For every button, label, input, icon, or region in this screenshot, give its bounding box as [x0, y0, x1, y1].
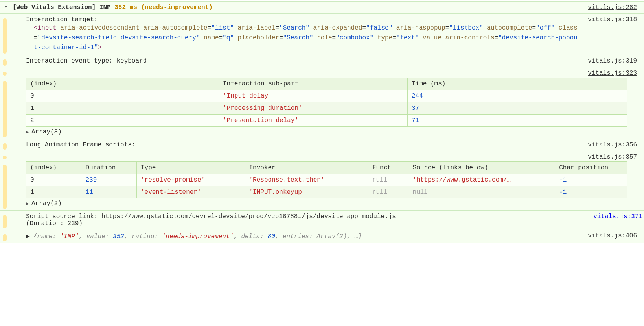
log-level-marker	[3, 59, 7, 66]
log-entry-header[interactable]: ▼ [Web Vitals Extension] INP 352 ms (nee…	[0, 1, 644, 14]
log-entry-event-type[interactable]: Interaction event type: keyboard vitals.…	[0, 55, 644, 67]
source-link-anchor[interactable]: vitals.js:357	[588, 154, 637, 161]
array-summary[interactable]: ▶Array(2)	[26, 200, 631, 207]
table-header: Char position	[555, 162, 627, 174]
table-header: Source (links below)	[408, 162, 555, 174]
metric-rating: (needs-improvement)	[141, 4, 212, 11]
laf-label: Long Animation Frame scripts:	[24, 139, 584, 151]
table-row[interactable]: 0239'resolve-promise''Response.text.then…	[26, 174, 627, 186]
chevron-right-icon[interactable]: ▶	[26, 232, 30, 240]
array-summary[interactable]: ▶Array(3)	[26, 128, 631, 135]
script-link-label: Script source link:	[26, 213, 98, 220]
log-message: [Web Vitals Extension] INP 352 ms (needs…	[9, 2, 584, 13]
source-link-anchor[interactable]: vitals.js:406	[588, 232, 637, 239]
event-type-text: Interaction event type: keyboard	[24, 55, 584, 67]
log-level-marker	[3, 81, 7, 137]
table-header: Duration	[81, 162, 136, 174]
source-link-anchor[interactable]: vitals.js:319	[588, 57, 637, 65]
log-level-marker	[3, 143, 7, 150]
log-level-marker	[3, 18, 7, 54]
table-header: (index)	[26, 78, 219, 90]
log-prefix: [Web Vitals Extension]	[13, 4, 96, 11]
table-row[interactable]: 0'Input delay'244	[26, 90, 627, 102]
table-header: Interaction sub-part	[219, 78, 408, 90]
script-link-duration: (Duration: 239)	[26, 220, 83, 227]
interaction-target-label: Interaction target:	[26, 16, 582, 23]
expand-toggle[interactable]: ▼	[0, 2, 9, 13]
log-entry-table1[interactable]: (index)Interaction sub-partTime (ms) 0'I…	[0, 76, 644, 139]
log-entry-laf-label[interactable]: Long Animation Frame scripts: vitals.js:…	[0, 139, 644, 151]
laf-scripts-table: (index)DurationTypeInvokerFunct…Source (…	[26, 161, 627, 198]
table-header: (index)	[26, 162, 81, 174]
log-entry-object-summary[interactable]: ▶ {name: 'INP', value: 352, rating: 'nee…	[0, 230, 644, 243]
log-entry-table2-src: vitals.js:357	[0, 151, 644, 161]
log-entry-table2[interactable]: (index)DurationTypeInvokerFunct…Source (…	[0, 160, 644, 211]
log-level-marker	[3, 156, 7, 159]
interaction-target-html[interactable]: <input aria-activedescendant aria-autoco…	[34, 23, 582, 52]
table-header: Invoker	[245, 162, 368, 174]
source-link-anchor[interactable]: vitals.js:323	[588, 70, 637, 77]
table-row[interactable]: 1'Processing duration'37	[26, 102, 627, 115]
table-header: Type	[136, 162, 245, 174]
source-link-anchor[interactable]: vitals.js:356	[588, 141, 637, 148]
table-row[interactable]: 111'event-listener''INPUT.onkeyup'nullnu…	[26, 186, 627, 198]
chevron-right-icon[interactable]: ▶	[26, 200, 31, 207]
object-preview[interactable]: {name: 'INP', value: 352, rating: 'needs…	[33, 233, 362, 240]
log-level-marker	[3, 234, 7, 241]
source-link-anchor[interactable]: vitals.js:318	[588, 16, 637, 23]
source-link[interactable]: vitals.js:262	[584, 2, 644, 13]
log-entry-table1-src: vitals.js:323	[0, 67, 644, 77]
log-entry-interaction-target[interactable]: Interaction target: <input aria-activede…	[0, 13, 644, 55]
chevron-right-icon[interactable]: ▶	[26, 129, 31, 135]
table-header: Time (ms)	[408, 78, 627, 90]
source-link-anchor[interactable]: vitals.js:371	[593, 213, 642, 220]
table-header: Funct…	[368, 162, 408, 174]
log-level-marker	[3, 215, 7, 228]
source-link-anchor[interactable]: vitals.js:262	[588, 4, 637, 11]
script-link-url[interactable]: https://www.gstatic.com/devrel-devsite/p…	[101, 213, 396, 220]
log-level-marker	[3, 165, 7, 209]
log-level-marker	[3, 72, 7, 76]
metric-name: INP	[99, 4, 111, 11]
chevron-down-icon[interactable]: ▼	[2, 4, 7, 10]
console-panel: ▼ [Web Vitals Extension] INP 352 ms (nee…	[0, 0, 644, 245]
table-row[interactable]: 2'Presentation delay'71	[26, 115, 627, 127]
interaction-subparts-table: (index)Interaction sub-partTime (ms) 0'I…	[26, 78, 627, 127]
log-entry-script-link[interactable]: vitals.js:371 Script source link: https:…	[0, 210, 644, 230]
metric-value: 352 ms	[114, 4, 137, 11]
